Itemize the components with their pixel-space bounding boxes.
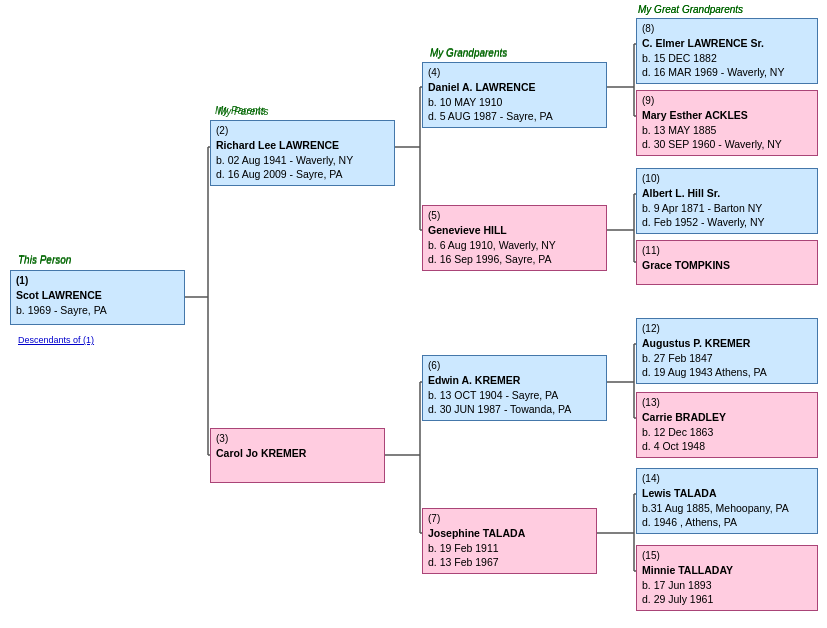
node-4[interactable]: (4) Daniel A. LAWRENCE b. 10 MAY 1910 d.… [422,62,607,128]
node-1-name: Scot LAWRENCE [16,288,179,303]
node-15-id: (15) [642,549,812,563]
label-this-person-text: This Person [18,254,71,265]
label-grandparents-text: My Grandparents [430,48,507,59]
node-11-name: Grace TOMPKINS [642,258,812,273]
node-2[interactable]: (2) Richard Lee LAWRENCE b. 02 Aug 1941 … [210,120,395,186]
node-9[interactable]: (9) Mary Esther ACKLES b. 13 MAY 1885 d.… [636,90,818,156]
node-2-death: d. 16 Aug 2009 - Sayre, PA [216,167,389,182]
node-2-id: (2) [216,124,389,138]
node-14-death: d. 1946 , Athens, PA [642,515,812,530]
node-7-id: (7) [428,512,591,526]
node-6[interactable]: (6) Edwin A. KREMER b. 13 OCT 1904 - Say… [422,355,607,421]
node-10-name: Albert L. Hill Sr. [642,186,812,201]
node-13-death: d. 4 Oct 1948 [642,439,812,454]
node-8-death: d. 16 MAR 1969 - Waverly, NY [642,65,812,80]
node-12-id: (12) [642,322,812,336]
node-3[interactable]: (3) Carol Jo KREMER [210,428,385,483]
node-7-name: Josephine TALADA [428,526,591,541]
node-13-birth: b. 12 Dec 1863 [642,425,812,440]
node-12-birth: b. 27 Feb 1847 [642,351,812,366]
node-5-name: Genevieve HILL [428,223,601,238]
node-1-id: (1) [16,274,179,288]
node-14-birth: b.31 Aug 1885, Mehoopany, PA [642,501,812,516]
node-15-death: d. 29 July 1961 [642,592,812,607]
node-11[interactable]: (11) Grace TOMPKINS [636,240,818,285]
label-great-grandparents-text: My Great Grandparents [638,4,743,15]
node-10-id: (10) [642,172,812,186]
node-15[interactable]: (15) Minnie TALLADAY b. 17 Jun 1893 d. 2… [636,545,818,611]
node-6-id: (6) [428,359,601,373]
node-12[interactable]: (12) Augustus P. KREMER b. 27 Feb 1847 d… [636,318,818,384]
node-10-death: d. Feb 1952 - Waverly, NY [642,215,812,230]
node-6-name: Edwin A. KREMER [428,373,601,388]
node-1-descendants-link[interactable]: Descendants of (1) [18,335,94,345]
node-7-birth: b. 19 Feb 1911 [428,541,591,556]
node-4-name: Daniel A. LAWRENCE [428,80,601,95]
node-4-death: d. 5 AUG 1987 - Sayre, PA [428,109,601,124]
node-5-death: d. 16 Sep 1996, Sayre, PA [428,252,601,267]
node-14[interactable]: (14) Lewis TALADA b.31 Aug 1885, Mehoopa… [636,468,818,534]
node-1[interactable]: (1) Scot LAWRENCE b. 1969 - Sayre, PA [10,270,185,325]
node-12-death: d. 19 Aug 1943 Athens, PA [642,365,812,380]
node-7[interactable]: (7) Josephine TALADA b. 19 Feb 1911 d. 1… [422,508,597,574]
node-4-birth: b. 10 MAY 1910 [428,95,601,110]
node-12-name: Augustus P. KREMER [642,336,812,351]
node-1-birth: b. 1969 - Sayre, PA [16,303,179,318]
node-10-birth: b. 9 Apr 1871 - Barton NY [642,201,812,216]
node-15-birth: b. 17 Jun 1893 [642,578,812,593]
node-2-birth: b. 02 Aug 1941 - Waverly, NY [216,153,389,168]
node-6-death: d. 30 JUN 1987 - Towanda, PA [428,402,601,417]
node-3-id: (3) [216,432,379,446]
node-13-id: (13) [642,396,812,410]
node-14-name: Lewis TALADA [642,486,812,501]
node-6-birth: b. 13 OCT 1904 - Sayre, PA [428,388,601,403]
node-8-birth: b. 15 DEC 1882 [642,51,812,66]
node-9-birth: b. 13 MAY 1885 [642,123,812,138]
tree-container: This Person My Parents My Grandparents M… [0,0,827,628]
node-9-name: Mary Esther ACKLES [642,108,812,123]
node-9-id: (9) [642,94,812,108]
node-11-id: (11) [642,244,812,258]
node-9-death: d. 30 SEP 1960 - Waverly, NY [642,137,812,152]
node-13[interactable]: (13) Carrie BRADLEY b. 12 Dec 1863 d. 4 … [636,392,818,458]
node-5[interactable]: (5) Genevieve HILL b. 6 Aug 1910, Waverl… [422,205,607,271]
node-7-death: d. 13 Feb 1967 [428,555,591,570]
node-5-id: (5) [428,209,601,223]
node-8-id: (8) [642,22,812,36]
node-15-name: Minnie TALLADAY [642,563,812,578]
node-13-name: Carrie BRADLEY [642,410,812,425]
node-4-id: (4) [428,66,601,80]
node-14-id: (14) [642,472,812,486]
label-parents-text: My Parents [218,106,269,117]
node-2-name: Richard Lee LAWRENCE [216,138,389,153]
node-8[interactable]: (8) C. Elmer LAWRENCE Sr. b. 15 DEC 1882… [636,18,818,84]
node-5-birth: b. 6 Aug 1910, Waverly, NY [428,238,601,253]
node-3-name: Carol Jo KREMER [216,446,379,461]
node-8-name: C. Elmer LAWRENCE Sr. [642,36,812,51]
node-10[interactable]: (10) Albert L. Hill Sr. b. 9 Apr 1871 - … [636,168,818,234]
